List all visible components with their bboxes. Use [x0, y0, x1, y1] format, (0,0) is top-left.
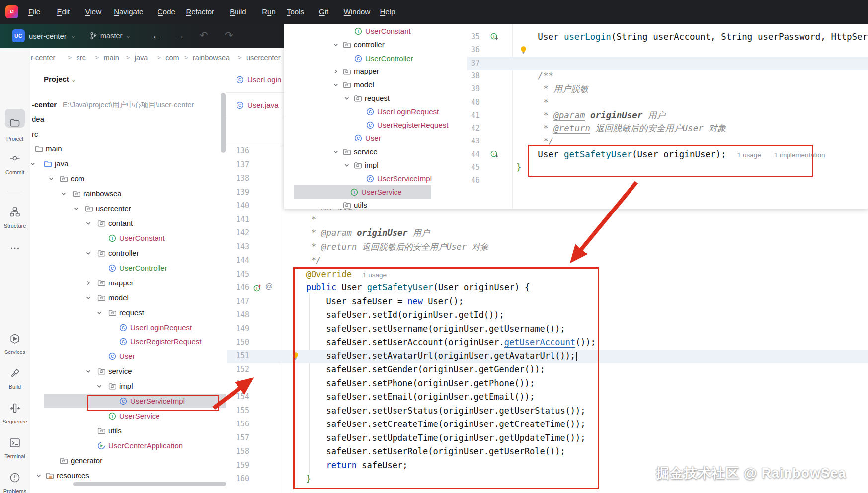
tree-item-model[interactable]: model: [30, 291, 226, 305]
tree-item-service[interactable]: service: [30, 364, 226, 378]
chevron-down-icon[interactable]: [72, 205, 80, 212]
menu-item-help[interactable]: Help: [380, 0, 395, 24]
chevron-down-icon[interactable]: [47, 175, 55, 183]
code-line-36[interactable]: 36: [284, 43, 868, 56]
redo-button-icon[interactable]: ↷: [225, 24, 233, 48]
intention-bulb-icon[interactable]: [519, 46, 528, 54]
branch-selector[interactable]: master: [100, 24, 122, 48]
code-line-37[interactable]: 37: [284, 57, 868, 70]
project-selector[interactable]: user-center: [29, 24, 67, 48]
tree-item-rainbowsea[interactable]: rainbowsea: [30, 187, 226, 201]
stripe-item-sequence[interactable]: [9, 403, 20, 414]
inlay-hint[interactable]: 1 usage: [737, 151, 761, 159]
chevron-down-icon[interactable]: [95, 309, 103, 317]
overlay-tree-item-utils[interactable]: utils: [284, 198, 503, 209]
tree-item-impl[interactable]: impl: [30, 379, 226, 393]
code-line-148[interactable]: 148: [227, 308, 868, 322]
tree-item-UserCenterApplication[interactable]: UserCenterApplication: [30, 439, 226, 453]
menu-item-tools[interactable]: Tools: [287, 0, 304, 24]
chevron-down-icon[interactable]: [35, 472, 43, 480]
implemented-method-icon[interactable]: I: [490, 33, 498, 41]
menu-item-window[interactable]: Window: [344, 0, 370, 24]
intention-bulb-icon[interactable]: [291, 352, 300, 360]
file-row-UserLogin[interactable]: CUserLogin: [226, 67, 284, 93]
project-badge[interactable]: UC: [12, 29, 25, 42]
tree-item-com[interactable]: com: [30, 172, 226, 186]
stripe-item-problems[interactable]: [9, 472, 20, 483]
inlay-hint[interactable]: 1 usage: [363, 271, 387, 279]
chevron-down-icon[interactable]: [95, 382, 103, 390]
stripe-item-more[interactable]: [9, 243, 20, 254]
menu-item-git[interactable]: Git: [319, 0, 328, 24]
stripe-item-terminal[interactable]: [9, 437, 20, 448]
project-tree-panel[interactable]: Project ⌄-centerE:\Java\project\用户中心项目\u…: [30, 67, 226, 493]
menu-item-edit[interactable]: Edit: [57, 0, 70, 24]
tree-item-resources[interactable]: resources: [30, 469, 226, 483]
chevron-down-icon[interactable]: [60, 190, 68, 198]
menu-item-refactor[interactable]: Refactor: [186, 0, 214, 24]
stripe-item-build[interactable]: [9, 368, 20, 379]
stripe-item-services[interactable]: [9, 333, 20, 344]
inlay-hint[interactable]: 1 implementation: [774, 151, 825, 159]
tree-item-UserConstant[interactable]: IUserConstant: [30, 231, 226, 245]
tree-item-java[interactable]: java: [30, 157, 226, 171]
code-line-152[interactable]: 152: [227, 363, 868, 377]
stripe-item-project[interactable]: [9, 117, 20, 128]
undo-button-icon[interactable]: ↶: [200, 24, 208, 48]
code-line-147[interactable]: 147: [227, 295, 868, 309]
code-line-153[interactable]: 153: [227, 377, 868, 391]
implemented-method-icon[interactable]: I: [490, 150, 498, 158]
code-line-154[interactable]: 154: [227, 390, 868, 404]
tree-item-UserLoginRequest[interactable]: CUserLoginRequest: [30, 321, 226, 335]
tree-item-utils[interactable]: utils: [30, 424, 226, 438]
chevron-down-icon[interactable]: [30, 160, 37, 168]
menu-item-view[interactable]: View: [85, 0, 101, 24]
tree-item-center[interactable]: -centerE:\Java\project\用户中心项目\user-cente…: [30, 98, 226, 112]
tree-item-dea[interactable]: dea: [30, 112, 226, 126]
menu-item-navigate[interactable]: Navigate: [114, 0, 143, 24]
file-list-popup[interactable]: CUserLoginCUser.java: [226, 67, 284, 145]
tree-item-UserRegisterRequest[interactable]: CUserRegisterRequest: [30, 335, 226, 349]
chevron-right-icon[interactable]: [84, 279, 92, 287]
tree-item-mapper[interactable]: mapper: [30, 276, 226, 290]
menu-item-file[interactable]: File: [28, 0, 40, 24]
tree-item-request[interactable]: request: [30, 306, 226, 320]
breadcrumb-item-main[interactable]: main: [103, 48, 119, 67]
tree-item-rc[interactable]: rc: [30, 127, 226, 141]
menu-item-run[interactable]: Run: [262, 0, 276, 24]
tree-item-User[interactable]: CUser: [30, 350, 226, 363]
tree-item-controller[interactable]: controller: [30, 246, 226, 260]
stripe-item-structure[interactable]: [9, 207, 20, 217]
code-line-38[interactable]: 38: [284, 70, 868, 82]
file-row-Userjava[interactable]: CUser.java: [226, 92, 284, 118]
stripe-item-commit[interactable]: [9, 153, 20, 164]
code-line-40[interactable]: 40: [284, 96, 868, 109]
breadcrumb-item-com[interactable]: com: [165, 48, 179, 67]
tree-item-main[interactable]: main: [30, 142, 226, 156]
menu-item-build[interactable]: Build: [230, 0, 246, 24]
tree-item-UserController[interactable]: CUserController: [30, 261, 226, 275]
menu-item-code[interactable]: Code: [158, 0, 175, 24]
horizontal-scrollbar-thumb[interactable]: [73, 482, 226, 486]
overlay-tree-item-UserService[interactable]: IUserService: [284, 185, 503, 199]
vertical-scrollbar-thumb[interactable]: [221, 93, 226, 153]
breadcrumb-item-java[interactable]: java: [135, 48, 148, 67]
tree-item-usercenter[interactable]: usercenter: [30, 202, 226, 215]
tree-item-UserService[interactable]: IUserService: [30, 409, 226, 423]
tree-item-generator[interactable]: generator: [30, 454, 226, 468]
code-line-45[interactable]: 45: [284, 161, 868, 174]
overriding-method-icon[interactable]: I: [253, 284, 261, 292]
chevron-down-icon[interactable]: [84, 367, 92, 375]
chevron-down-icon[interactable]: [84, 219, 92, 227]
breadcrumb-item-rainbowsea[interactable]: rainbowsea: [193, 48, 230, 67]
code-line-141[interactable]: 141: [227, 213, 868, 227]
code-line-43[interactable]: 43: [284, 135, 868, 147]
chevron-down-icon[interactable]: [84, 249, 92, 257]
forward-button-icon[interactable]: →: [175, 24, 185, 48]
tree-item-contant[interactable]: contant: [30, 216, 226, 230]
breadcrumb-item-src[interactable]: src: [77, 48, 86, 67]
code-line-144[interactable]: 144: [227, 254, 868, 268]
back-button-icon[interactable]: ←: [152, 24, 161, 48]
code-line-46[interactable]: 46: [284, 174, 868, 187]
chevron-down-icon[interactable]: [84, 294, 92, 302]
